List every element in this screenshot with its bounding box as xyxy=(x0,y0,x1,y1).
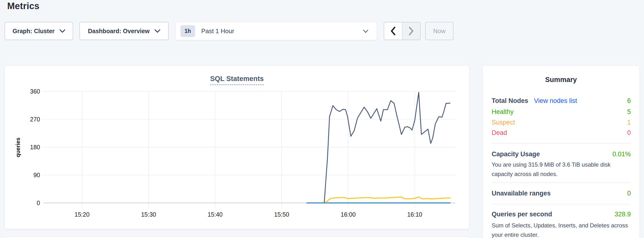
dashboard-dropdown-label: Dashboard: Overview xyxy=(88,28,150,35)
unavailable-ranges-row: Unavailable ranges 0 xyxy=(492,190,631,197)
x-tick-label: 15:30 xyxy=(141,211,156,218)
series-dark-slate-series xyxy=(324,92,450,203)
x-tick-label: 16:10 xyxy=(407,211,422,218)
time-range-label: Past 1 Hour xyxy=(201,27,234,35)
next-chart-card-edge xyxy=(4,236,469,238)
queries-per-second-row: Queries per second 328.9 xyxy=(492,211,631,218)
view-nodes-list-link[interactable]: View nodes list xyxy=(534,97,577,104)
chevron-down-icon xyxy=(60,29,65,33)
node-status-label: Healthy xyxy=(492,108,514,116)
x-tick-label: 15:50 xyxy=(274,211,289,218)
x-tick-label: 16:00 xyxy=(341,211,356,218)
time-range-selector[interactable]: 1h Past 1 Hour xyxy=(176,22,377,40)
divider xyxy=(492,143,631,144)
time-range-badge: 1h xyxy=(180,25,195,37)
capacity-usage-label: Capacity Usage xyxy=(492,151,540,158)
sql-statements-chart-card: SQL Statements 15:2015:3015:4015:5016:00… xyxy=(4,65,469,229)
node-status-value: 0 xyxy=(627,129,631,137)
metrics-page: Metrics Graph: Cluster Dashboard: Overvi… xyxy=(0,0,644,238)
capacity-usage-row: Capacity Usage 0.01% xyxy=(492,151,631,158)
node-status-label: Suspect xyxy=(492,119,515,126)
dashboard-dropdown[interactable]: Dashboard: Overview xyxy=(80,22,169,40)
chevron-right-icon xyxy=(408,27,414,35)
unavailable-ranges-value: 0 xyxy=(627,190,631,197)
capacity-usage-description: You are using 315.9 MiB of 3.6 TiB usabl… xyxy=(492,160,631,179)
chevron-down-icon xyxy=(363,30,368,33)
y-tick-label: 360 xyxy=(30,88,40,95)
now-button[interactable]: Now xyxy=(425,22,454,40)
chevron-down-icon xyxy=(154,29,160,33)
chevron-left-icon xyxy=(390,27,396,35)
sql-statements-plot[interactable]: 15:2015:3015:4015:5016:0016:100901802703… xyxy=(5,66,470,229)
series-yellow-series xyxy=(324,197,450,203)
total-nodes-value: 6 xyxy=(627,97,631,104)
node-status-row: Healthy5 xyxy=(492,108,631,116)
y-axis-label: queries xyxy=(15,138,21,157)
queries-per-second-value: 328.9 xyxy=(614,211,631,218)
divider xyxy=(492,204,631,204)
x-tick-label: 15:40 xyxy=(208,211,223,218)
node-status-row: Dead0 xyxy=(492,129,631,137)
total-nodes-row: Total Nodes View nodes list 6 xyxy=(492,97,631,104)
y-tick-label: 90 xyxy=(33,172,40,178)
summary-sidebar: Summary Total Nodes View nodes list 6 He… xyxy=(482,65,640,238)
x-tick-label: 15:20 xyxy=(74,211,90,218)
node-status-row: Suspect1 xyxy=(492,119,631,126)
next-interval-button-disabled[interactable] xyxy=(402,22,420,40)
node-status-value: 5 xyxy=(627,108,631,116)
node-status-label: Dead xyxy=(492,129,507,137)
node-status-value: 1 xyxy=(627,119,631,126)
total-nodes-label: Total Nodes xyxy=(492,97,528,104)
previous-interval-button[interactable] xyxy=(384,22,402,40)
graph-dropdown[interactable]: Graph: Cluster xyxy=(4,22,73,40)
y-tick-label: 180 xyxy=(30,144,40,151)
page-title: Metrics xyxy=(7,1,39,11)
queries-per-second-description: Sum of Selects, Updates, Inserts, and De… xyxy=(492,221,631,238)
time-step-buttons xyxy=(384,22,420,40)
summary-title: Summary xyxy=(482,76,640,84)
y-tick-label: 270 xyxy=(30,116,40,123)
unavailable-ranges-label: Unavailable ranges xyxy=(492,190,551,197)
graph-dropdown-label: Graph: Cluster xyxy=(12,28,54,35)
y-tick-label: 0 xyxy=(37,199,40,206)
capacity-usage-value: 0.01% xyxy=(612,151,631,158)
divider xyxy=(492,182,631,183)
queries-per-second-label: Queries per second xyxy=(492,211,552,218)
